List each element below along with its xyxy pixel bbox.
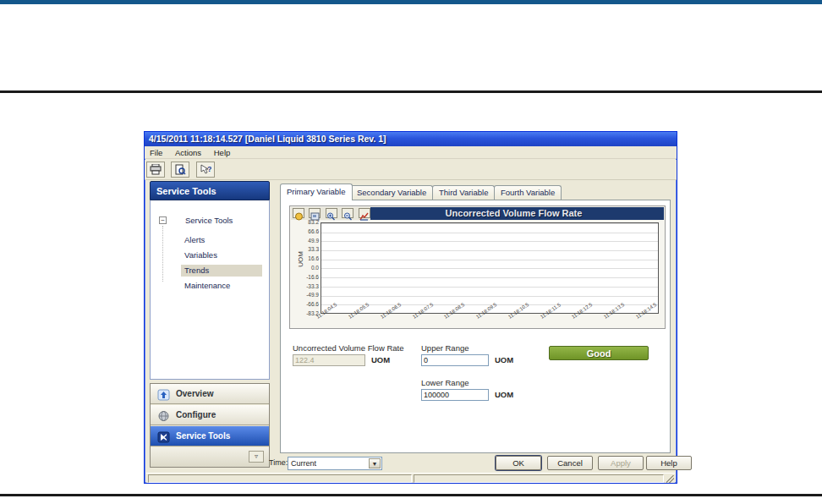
cancel-button[interactable]: Cancel: [547, 456, 593, 470]
trend-chart-panel: Uncorrected Volume Flow Rate UOM 83.2 66…: [289, 205, 666, 329]
chart-plot-area[interactable]: [321, 222, 659, 314]
nav-configure-label: Configure: [176, 410, 216, 419]
pv-label: Uncorrected Volume Flow Rate: [293, 343, 403, 353]
nav-service-tools-label: Service Tools: [176, 431, 230, 441]
tree-item-maintenance[interactable]: Maintenance: [181, 280, 262, 292]
menu-file[interactable]: File: [145, 146, 167, 157]
sidebar-header: Service Tools: [150, 181, 270, 200]
zoom-box-icon[interactable]: [309, 208, 321, 218]
tab-primary-variable[interactable]: Primary Variable: [280, 184, 353, 200]
ytick: 83.2: [300, 219, 319, 225]
service-tools-icon: [157, 430, 171, 442]
tree-item-variables[interactable]: Variables: [181, 249, 262, 261]
toolbar: ?: [145, 160, 677, 180]
ytick: -33.3: [300, 283, 319, 289]
document-page: 4/15/2011 11:18:14.527 [Daniel Liquid 38…: [0, 0, 822, 504]
ytick: -66.6: [300, 301, 319, 307]
nav-overflow-strip: ▿: [151, 447, 269, 467]
print-icon: [150, 163, 162, 178]
tree-connector: [162, 226, 163, 282]
nav-more-button[interactable]: ▿: [249, 451, 264, 463]
palette-icon[interactable]: [293, 208, 304, 218]
context-help-icon: ?: [200, 163, 211, 178]
tree-root-row[interactable]: − Service Tools: [159, 216, 233, 225]
chart-toolbar: [291, 207, 370, 220]
pv-value-field: [293, 354, 365, 366]
window-title[interactable]: 4/15/2011 11:18:14.527 [Daniel Liquid 38…: [145, 132, 677, 146]
time-select-value: Current: [291, 459, 316, 468]
chart-title: Uncorrected Volume Flow Rate: [366, 207, 661, 219]
ytick: -49.9: [300, 292, 319, 298]
upper-range-uom-label: UOM: [495, 355, 513, 364]
nav-service-tools-button[interactable]: Service Tools: [151, 426, 269, 446]
print-preview-icon: [174, 163, 186, 178]
zoom-out-icon[interactable]: [342, 208, 353, 218]
zoom-in-icon[interactable]: [326, 208, 337, 218]
navigation-pane: Overview Configure Service Tools ▿: [150, 383, 270, 468]
ytick: 16.6: [300, 255, 319, 261]
ytick: 66.6: [300, 228, 319, 234]
ytick: 0.0: [300, 265, 319, 271]
configure-icon: [157, 409, 171, 421]
time-select[interactable]: Current ▼: [288, 457, 382, 470]
tree-collapse-icon[interactable]: −: [159, 216, 167, 224]
upper-range-field[interactable]: [421, 354, 489, 366]
upper-range-label: Upper Range: [421, 343, 469, 353]
application-window: 4/15/2011 11:18:14.527 [Daniel Liquid 38…: [144, 131, 677, 484]
status-badge: Good: [549, 346, 649, 360]
tab-secondary-variable[interactable]: Secondary Variable: [350, 185, 433, 200]
nav-overview-label: Overview: [176, 389, 213, 398]
ytick: 33.3: [300, 246, 319, 252]
time-label: Time:: [269, 458, 288, 467]
overview-icon: [157, 388, 171, 400]
ytick: -16.6: [300, 274, 319, 280]
tree-root-label[interactable]: Service Tools: [185, 216, 233, 225]
context-help-button[interactable]: ?: [196, 162, 215, 178]
apply-button: Apply: [598, 456, 644, 470]
menu-actions[interactable]: Actions: [170, 146, 206, 157]
chart-xticks: 11:18:04.5 11:18:05.5 11:18:06.5 11:18:0…: [315, 315, 659, 329]
print-button[interactable]: [146, 162, 165, 178]
nav-configure-button[interactable]: Configure: [151, 405, 269, 425]
ytick: 49.9: [300, 238, 319, 244]
tree-item-trends[interactable]: Trends: [181, 265, 262, 277]
chevron-down-icon[interactable]: ▼: [369, 458, 381, 468]
status-pane-left: [148, 474, 412, 483]
footer-rule: [0, 494, 822, 496]
lower-range-field[interactable]: [421, 389, 489, 401]
chart-yticks: 83.2 66.6 49.9 33.3 16.6 0.0 -16.6 -33.3…: [300, 219, 319, 316]
nav-overview-button[interactable]: Overview: [151, 384, 269, 404]
status-bar: [146, 473, 675, 483]
service-tools-tree: − Service Tools Alerts Variables Trends …: [150, 200, 270, 380]
status-pane-right: [414, 474, 664, 483]
help-button[interactable]: Help: [646, 456, 692, 470]
tree-item-alerts[interactable]: Alerts: [181, 234, 262, 246]
lower-range-uom-label: UOM: [495, 390, 513, 399]
pv-uom-label: UOM: [371, 355, 390, 364]
lower-range-label: Lower Range: [421, 378, 469, 387]
svg-text:?: ?: [207, 165, 211, 173]
tab-fourth-variable[interactable]: Fourth Variable: [494, 185, 562, 200]
menu-bar: File Actions Help: [145, 146, 677, 159]
menu-help[interactable]: Help: [209, 146, 236, 157]
ok-button[interactable]: OK: [496, 456, 541, 470]
resize-grip[interactable]: [666, 475, 674, 483]
header-rule: [0, 90, 822, 93]
page-top-accent-bar: [0, 0, 822, 4]
print-preview-button[interactable]: [171, 162, 189, 178]
tab-third-variable[interactable]: Third Variable: [432, 185, 495, 200]
